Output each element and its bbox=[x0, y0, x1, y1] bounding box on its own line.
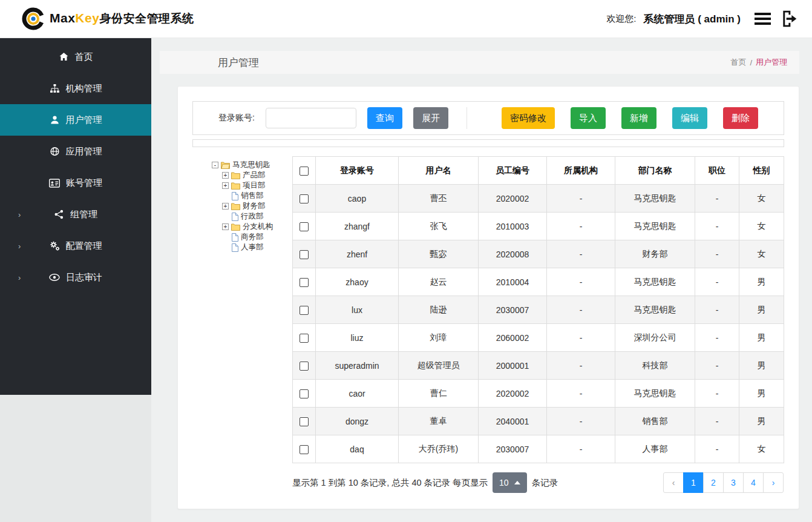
tree-node[interactable]: 人事部 bbox=[222, 242, 284, 253]
pager-page-2[interactable]: 2 bbox=[703, 472, 724, 493]
cell-position: - bbox=[695, 296, 739, 324]
tree-node[interactable]: + 财务部 bbox=[222, 201, 284, 211]
tree-node[interactable]: 行政部 bbox=[222, 211, 284, 222]
cell-login: daq bbox=[316, 435, 399, 463]
delete-button[interactable]: 删除 bbox=[723, 107, 758, 129]
sidebar-item-accounts[interactable]: 账号管理 bbox=[0, 167, 151, 199]
row-checkbox[interactable] bbox=[300, 445, 309, 454]
tree-expander[interactable]: + bbox=[222, 203, 229, 210]
id-card-icon bbox=[49, 179, 60, 188]
file-icon bbox=[231, 213, 238, 221]
sidebar-item-home[interactable]: 首页 bbox=[0, 41, 151, 73]
tree-expander[interactable]: - bbox=[212, 162, 218, 168]
table-row[interactable]: zhenf 甄宓 2020008 - 财务部 - 女 bbox=[293, 240, 784, 268]
column-header: 所属机构 bbox=[547, 157, 615, 185]
add-button[interactable]: 新增 bbox=[621, 107, 656, 129]
page-size-select[interactable]: 10 bbox=[493, 472, 527, 493]
pager-page-4[interactable]: 4 bbox=[743, 472, 764, 493]
chevron-right-icon: › bbox=[18, 273, 21, 282]
top-header: MaxKey身份安全管理系统 欢迎您: 系统管理员 ( admin ) bbox=[0, 0, 812, 38]
breadcrumb-current: 用户管理 bbox=[756, 57, 787, 68]
expand-button[interactable]: 展开 bbox=[413, 107, 448, 129]
logout-icon[interactable] bbox=[779, 9, 800, 28]
pagination-summary: 显示第 1 到第 10 条记录, 总共 40 条记录 每页显示 10 条记录 bbox=[292, 472, 558, 493]
sidebar-item-label: 组管理 bbox=[70, 209, 97, 220]
cell-employee-no: 2030007 bbox=[479, 435, 547, 463]
sidebar-item-label: 应用管理 bbox=[66, 146, 102, 157]
login-account-input[interactable] bbox=[266, 108, 356, 128]
breadcrumb-home[interactable]: 首页 bbox=[730, 57, 746, 68]
table-row[interactable]: dongz 董卓 2040001 - 销售部 - 男 bbox=[293, 408, 784, 435]
table-row[interactable]: liuz 刘璋 2060002 - 深圳分公司 - 男 bbox=[293, 324, 784, 352]
table-row[interactable]: caop 曹丕 2020002 - 马克思钥匙 - 女 bbox=[293, 185, 784, 213]
import-button[interactable]: 导入 bbox=[571, 107, 606, 129]
cell-position: - bbox=[695, 213, 739, 240]
sidebar-item-audit[interactable]: › 日志审计 bbox=[0, 262, 151, 293]
edit-button[interactable]: 编辑 bbox=[672, 107, 707, 129]
cell-gender: 男 bbox=[739, 324, 784, 352]
password-modify-button[interactable]: 密码修改 bbox=[502, 107, 555, 129]
tree-node[interactable]: + 分支机构 bbox=[222, 222, 284, 232]
cell-gender: 女 bbox=[739, 435, 784, 463]
folder-icon bbox=[231, 223, 240, 231]
pager-page-1[interactable]: 1 bbox=[683, 472, 704, 493]
tree-expander[interactable]: + bbox=[222, 182, 229, 189]
row-checkbox[interactable] bbox=[300, 362, 309, 371]
column-header: 用户名 bbox=[399, 157, 479, 185]
summary-text: 显示第 1 到第 10 条记录, 总共 40 条记录 每页显示 bbox=[292, 477, 488, 489]
cell-employee-no: 2020002 bbox=[479, 380, 547, 408]
cell-gender: 男 bbox=[739, 296, 784, 324]
row-checkbox[interactable] bbox=[300, 334, 309, 343]
tree-expander[interactable]: + bbox=[222, 172, 229, 179]
row-checkbox[interactable] bbox=[300, 278, 309, 287]
cell-employee-no: 2010004 bbox=[479, 268, 547, 296]
row-checkbox[interactable] bbox=[300, 417, 309, 426]
org-tree: - 马克思钥匙 + 产品部 + 项目部 bbox=[192, 156, 284, 493]
cell-position: - bbox=[695, 324, 739, 352]
row-checkbox[interactable] bbox=[300, 306, 309, 315]
pager-prev-button[interactable]: ‹ bbox=[663, 472, 684, 493]
pager-page-3[interactable]: 3 bbox=[723, 472, 744, 493]
tree-node[interactable]: 销售部 bbox=[222, 191, 284, 201]
pagination-bar: 显示第 1 到第 10 条记录, 总共 40 条记录 每页显示 10 条记录 ‹… bbox=[292, 472, 784, 493]
sidebar-item-apps[interactable]: 应用管理 bbox=[0, 136, 151, 167]
table-row[interactable]: lux 陆逊 2030007 - 马克思钥匙 - 男 bbox=[293, 296, 784, 324]
tree-node[interactable]: + 产品部 bbox=[222, 170, 284, 180]
cell-department: 马克思钥匙 bbox=[615, 268, 695, 296]
cell-username: 超级管理员 bbox=[399, 352, 479, 380]
page-header-bar: 用户管理 首页 / 用户管理 bbox=[160, 51, 799, 74]
tree-node-label: 商务部 bbox=[241, 232, 264, 242]
sidebar-item-config[interactable]: › 配置管理 bbox=[0, 230, 151, 262]
select-all-checkbox[interactable] bbox=[300, 167, 309, 176]
cell-position: - bbox=[695, 352, 739, 380]
row-checkbox[interactable] bbox=[300, 250, 309, 259]
sidebar-item-users[interactable]: 用户管理 bbox=[0, 104, 151, 136]
sidebar-item-org[interactable]: 机构管理 bbox=[0, 73, 151, 104]
query-button[interactable]: 查询 bbox=[367, 107, 402, 129]
table-row[interactable]: caor 曹仁 2020002 - 马克思钥匙 - 男 bbox=[293, 380, 784, 408]
page-title: 用户管理 bbox=[218, 56, 259, 70]
pager-next-button[interactable]: › bbox=[763, 472, 784, 493]
tree-node-label: 人事部 bbox=[241, 242, 264, 253]
table-row[interactable]: zhaoy 赵云 2010004 - 马克思钥匙 - 男 bbox=[293, 268, 784, 296]
tree-expander[interactable]: + bbox=[222, 223, 229, 230]
cell-department: 马克思钥匙 bbox=[615, 380, 695, 408]
tree-node-root[interactable]: - 马克思钥匙 bbox=[212, 160, 284, 170]
file-icon bbox=[231, 243, 238, 252]
menu-icon[interactable] bbox=[754, 12, 772, 26]
chevron-right-icon: › bbox=[18, 210, 21, 219]
cell-org: - bbox=[547, 296, 615, 324]
tree-node[interactable]: 商务部 bbox=[222, 232, 284, 242]
row-checkbox[interactable] bbox=[300, 222, 309, 231]
row-checkbox[interactable] bbox=[300, 389, 309, 398]
sidebar-item-groups[interactable]: › 组管理 bbox=[0, 199, 151, 230]
row-checkbox[interactable] bbox=[300, 194, 309, 203]
table-row[interactable]: zhangf 张飞 2010003 - 马克思钥匙 - 女 bbox=[293, 213, 784, 240]
table-row[interactable]: daq 大乔(乔玮) 2030007 - 人事部 - 女 bbox=[293, 435, 784, 463]
table-row[interactable]: superadmin 超级管理员 2000001 - 科技部 - 男 bbox=[293, 352, 784, 380]
tree-node[interactable]: + 项目部 bbox=[222, 180, 284, 191]
cell-org: - bbox=[547, 352, 615, 380]
caret-up-icon bbox=[514, 481, 520, 484]
cell-login: superadmin bbox=[316, 352, 399, 380]
column-header: 性别 bbox=[739, 157, 784, 185]
